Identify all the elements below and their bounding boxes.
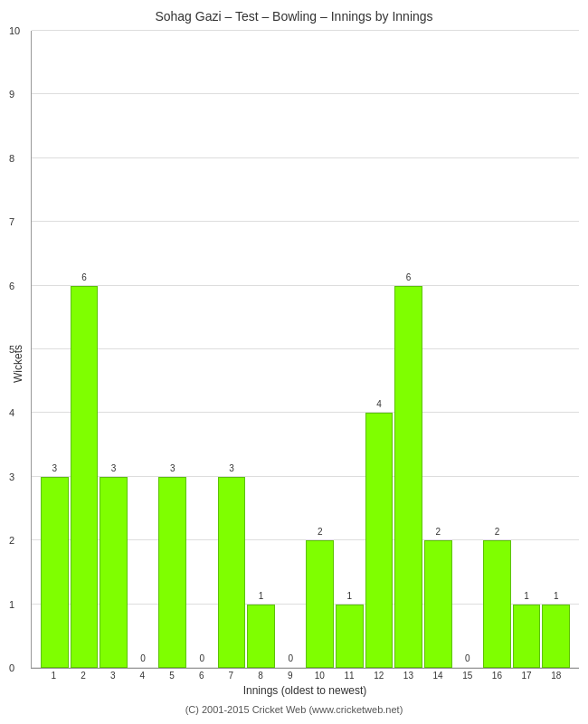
chart-area: Wickets 012345678910 363030310214620211 … [9, 31, 579, 697]
bar-value-label: 6 [406, 272, 412, 282]
y-tick-label: 1 [9, 599, 14, 610]
bar: 3 [158, 477, 186, 668]
y-tick-label: 8 [9, 153, 14, 164]
bars-container: 363030310214620211 [32, 31, 579, 668]
x-axis: 123456789101112131415161718 [31, 671, 579, 681]
chart-title: Sohag Gazi – Test – Bowling – Innings by… [155, 9, 432, 24]
bar: 1 [513, 605, 541, 668]
y-tick-label: 4 [9, 407, 14, 418]
plot-area: 012345678910 363030310214620211 12345678… [31, 31, 579, 697]
bar-value-label: 3 [52, 463, 58, 473]
bar: 3 [218, 477, 246, 668]
bar-group: 0 [188, 31, 216, 668]
bar-value-label: 0 [465, 653, 470, 663]
bar-value-label: 2 [435, 527, 441, 537]
bar-value-label: 0 [140, 653, 146, 663]
bar-group: 1 [513, 31, 541, 668]
grid-and-bars: 012345678910 363030310214620211 [31, 31, 579, 669]
bar-group: 1 [336, 31, 364, 668]
bar: 2 [483, 540, 511, 668]
bar-group: 1 [247, 31, 275, 668]
x-tick-label: 10 [306, 671, 334, 681]
bar-value-label: 1 [347, 591, 353, 601]
bar: 6 [394, 286, 422, 668]
x-tick-label: 2 [70, 671, 98, 681]
x-tick-label: 18 [542, 671, 570, 681]
bar-group: 1 [542, 31, 570, 668]
bar: 1 [542, 605, 570, 668]
bar-group: 2 [424, 31, 452, 668]
y-tick-label: 2 [9, 535, 14, 546]
x-tick-label: 6 [187, 671, 215, 681]
bar-value-label: 1 [259, 591, 264, 601]
y-tick-label: 10 [9, 25, 20, 36]
bar-group: 3 [218, 31, 246, 668]
bar-value-label: 6 [81, 272, 87, 282]
bar-value-label: 3 [229, 463, 234, 473]
bar-value-label: 0 [200, 653, 205, 663]
bar-value-label: 4 [376, 399, 382, 409]
bar-group: 0 [129, 31, 157, 668]
x-axis-label: Innings (oldest to newest) [31, 684, 579, 697]
bar-group: 6 [394, 31, 422, 668]
bar: 2 [424, 540, 452, 668]
bar: 3 [100, 477, 128, 668]
bar-group: 3 [41, 31, 69, 668]
bar-value-label: 0 [288, 653, 293, 663]
y-tick-label: 5 [9, 344, 14, 355]
bar-group: 2 [483, 31, 511, 668]
x-tick-label: 14 [424, 671, 452, 681]
bar: 1 [336, 605, 364, 668]
x-tick-label: 9 [276, 671, 304, 681]
y-tick-label: 7 [9, 216, 14, 227]
x-tick-label: 13 [394, 671, 422, 681]
bar-group: 6 [71, 31, 99, 668]
bar-value-label: 2 [495, 527, 500, 537]
bar-value-label: 1 [524, 591, 529, 601]
bar: 3 [41, 477, 69, 668]
bar-value-label: 1 [554, 591, 559, 601]
chart-container: Sohag Gazi – Test – Bowling – Innings by… [0, 0, 588, 724]
x-tick-label: 12 [365, 671, 393, 681]
bar-value-label: 2 [318, 527, 323, 537]
bar-group: 4 [365, 31, 394, 668]
y-tick-label: 9 [9, 89, 14, 100]
bar-group: 0 [454, 31, 482, 668]
x-tick-label: 5 [158, 671, 186, 681]
bar-value-label: 3 [170, 463, 175, 473]
y-tick-label: 6 [9, 281, 14, 291]
bar: 4 [365, 413, 394, 668]
footer: (C) 2001-2015 Cricket Web (www.cricketwe… [185, 704, 403, 715]
x-tick-label: 3 [99, 671, 127, 681]
bar: 6 [71, 286, 99, 668]
x-tick-label: 11 [336, 671, 364, 681]
x-tick-label: 15 [453, 671, 481, 681]
bar-group: 0 [277, 31, 305, 668]
y-tick-label: 3 [9, 472, 14, 482]
x-tick-label: 8 [247, 671, 275, 681]
bar-group: 2 [306, 31, 334, 668]
bar-group: 3 [158, 31, 186, 668]
x-tick-label: 16 [483, 671, 511, 681]
bar-group: 3 [100, 31, 128, 668]
x-tick-label: 7 [217, 671, 245, 681]
bar: 2 [306, 540, 334, 668]
bar: 1 [247, 605, 275, 668]
y-axis-label: Wickets [9, 31, 27, 697]
x-tick-label: 17 [513, 671, 541, 681]
x-tick-label: 4 [128, 671, 156, 681]
y-tick-label: 0 [9, 662, 14, 673]
x-tick-label: 1 [40, 671, 68, 681]
bar-value-label: 3 [111, 463, 117, 473]
